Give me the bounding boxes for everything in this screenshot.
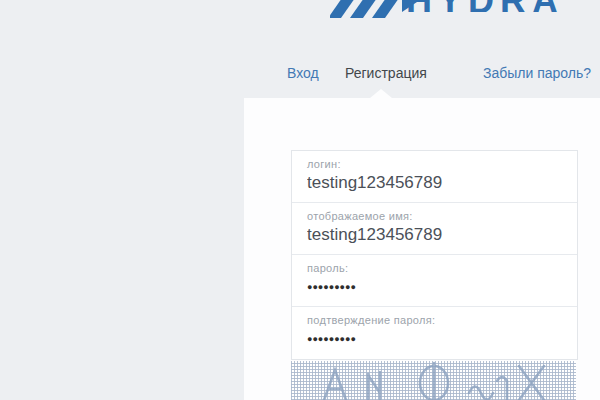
tab-registration[interactable]: Регистрация (345, 64, 427, 82)
password-confirm-label: подтверждение пароля: (307, 314, 563, 326)
field-row-login: логин: (292, 151, 577, 203)
tab-login[interactable]: Вход (287, 64, 319, 82)
registration-form: логин: отображаемое имя: пароль: подтвер… (291, 150, 578, 360)
login-label: логин: (307, 158, 563, 170)
captcha-image (291, 361, 576, 400)
field-row-display-name: отображаемое имя: (292, 203, 577, 255)
display-name-input[interactable] (307, 225, 557, 245)
field-row-password: пароль: (292, 255, 577, 307)
registration-card: логин: отображаемое имя: пароль: подтвер… (244, 98, 600, 400)
login-input[interactable] (307, 173, 557, 193)
registration-page: { "logo": { "text": "HYDRA", "color": "#… (0, 0, 600, 400)
password-input[interactable] (307, 282, 557, 292)
field-row-password-confirm: подтверждение пароля: (292, 307, 577, 359)
logo-text: HYDRA (406, 0, 575, 12)
password-confirm-input[interactable] (307, 334, 557, 344)
display-name-label: отображаемое имя: (307, 210, 563, 222)
card-notch (370, 89, 392, 98)
tab-forgot-password[interactable]: Забыли пароль? (483, 64, 591, 82)
password-label: пароль: (307, 262, 563, 274)
site-logo: HYDRA (330, 0, 575, 20)
